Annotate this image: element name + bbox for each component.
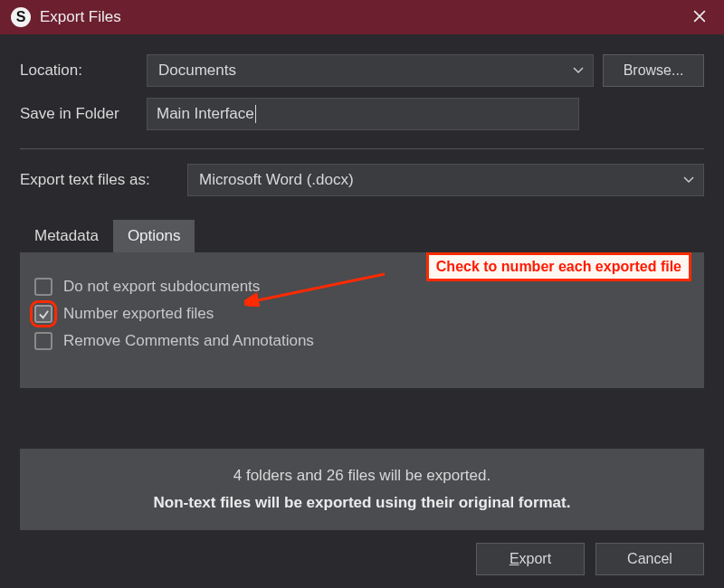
status-summary: 4 folders and 26 files will be exported. — [34, 467, 690, 485]
format-value: Microsoft Word (.docx) — [199, 171, 354, 189]
location-value: Documents — [158, 62, 236, 80]
format-label: Export text files as: — [20, 171, 178, 189]
tab-metadata[interactable]: Metadata — [20, 220, 113, 252]
chevron-down-icon — [573, 67, 584, 74]
tabs: Metadata Options — [20, 220, 704, 252]
divider — [20, 148, 704, 149]
window-title: Export Files — [40, 8, 686, 26]
status-note: Non-text files will be exported using th… — [34, 494, 690, 512]
folder-value: Main Interface — [157, 105, 254, 123]
folder-input[interactable]: Main Interface — [147, 98, 579, 130]
app-icon: S — [11, 7, 31, 27]
export-button[interactable]: Export — [476, 543, 585, 575]
status-panel: 4 folders and 26 files will be exported.… — [20, 449, 704, 530]
text-caret — [255, 105, 256, 123]
browse-button[interactable]: Browse... — [603, 54, 704, 87]
cancel-button[interactable]: Cancel — [595, 543, 704, 575]
option-number-label: Number exported files — [63, 305, 214, 323]
tab-options[interactable]: Options — [113, 220, 195, 252]
titlebar: S Export Files — [0, 0, 724, 34]
folder-label: Save in Folder — [20, 105, 138, 123]
format-combo[interactable]: Microsoft Word (.docx) — [187, 164, 704, 196]
checkbox-subdocs[interactable] — [34, 278, 52, 296]
checkbox-remove-comments[interactable] — [34, 332, 52, 350]
close-icon[interactable] — [686, 10, 713, 25]
dialog-body: Location: Documents Browse... Save in Fo… — [0, 34, 724, 588]
annotation-callout: Check to number each exported file — [426, 252, 691, 281]
location-label: Location: — [20, 62, 138, 80]
option-remove-label: Remove Comments and Annotations — [63, 332, 314, 350]
dialog-buttons: Export Cancel — [20, 543, 704, 575]
checkbox-number-files[interactable] — [34, 305, 52, 323]
export-dialog: S Export Files Location: Documents Brows… — [0, 0, 724, 588]
option-subdocs-label: Do not export subdocuments — [63, 278, 260, 296]
annotation-highlight — [33, 303, 54, 325]
chevron-down-icon — [683, 176, 694, 184]
options-panel: Do not export subdocuments Number export… — [20, 252, 704, 388]
location-combo[interactable]: Documents — [147, 54, 594, 87]
